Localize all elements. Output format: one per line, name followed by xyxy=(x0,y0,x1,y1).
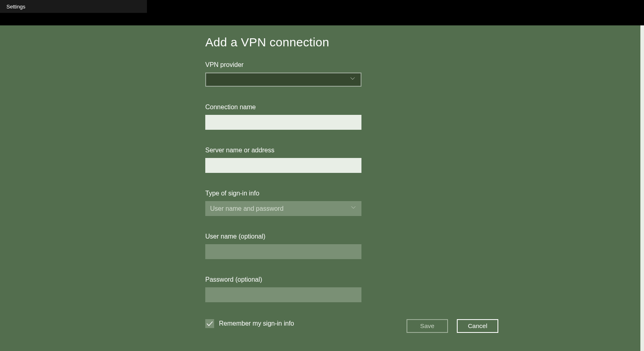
button-row: Save Cancel xyxy=(407,319,498,333)
username-field: User name (optional) xyxy=(205,233,487,259)
connection-name-input[interactable] xyxy=(205,115,361,130)
window-titlebar: Settings xyxy=(0,0,147,13)
form-content: Add a VPN connection VPN provider Connec… xyxy=(205,35,487,328)
server-name-field: Server name or address xyxy=(205,147,487,173)
cancel-button-label: Cancel xyxy=(468,322,487,330)
password-input[interactable] xyxy=(205,287,361,302)
chevron-down-icon xyxy=(350,75,355,83)
username-input[interactable] xyxy=(205,244,361,259)
chevron-down-icon xyxy=(351,204,356,212)
vpn-provider-dropdown[interactable] xyxy=(205,73,361,87)
save-button[interactable]: Save xyxy=(407,319,448,333)
server-name-label: Server name or address xyxy=(205,147,487,154)
signin-type-field: Type of sign-in info User name and passw… xyxy=(205,190,487,216)
username-label: User name (optional) xyxy=(205,233,487,240)
vpn-provider-field: VPN provider xyxy=(205,61,487,87)
right-edge-strip xyxy=(640,25,644,351)
signin-type-dropdown[interactable]: User name and password xyxy=(205,201,361,216)
top-strip-under xyxy=(0,13,147,25)
connection-name-field: Connection name xyxy=(205,104,487,130)
server-name-input[interactable] xyxy=(205,158,361,173)
signin-type-label: Type of sign-in info xyxy=(205,190,487,197)
cancel-button[interactable]: Cancel xyxy=(457,319,498,333)
check-icon xyxy=(206,321,213,326)
vpn-provider-label: VPN provider xyxy=(205,61,487,69)
remember-signin-label: Remember my sign-in info xyxy=(219,320,294,327)
password-label: Password (optional) xyxy=(205,276,487,283)
page-title: Add a VPN connection xyxy=(205,35,487,49)
connection-name-label: Connection name xyxy=(205,104,487,111)
top-strip xyxy=(147,0,644,25)
password-field: Password (optional) xyxy=(205,276,487,302)
signin-type-value: User name and password xyxy=(210,205,283,212)
window-title: Settings xyxy=(6,4,25,10)
save-button-label: Save xyxy=(420,322,434,330)
remember-signin-checkbox[interactable] xyxy=(205,319,214,328)
